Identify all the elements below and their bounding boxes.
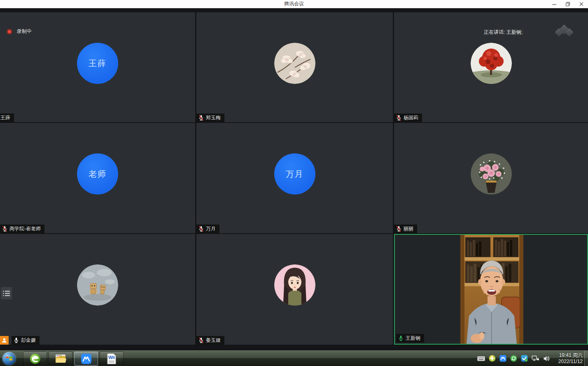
- bouquet-photo: [471, 153, 512, 195]
- docs-check-icon[interactable]: [521, 355, 528, 362]
- meeting-logo-watermark-icon: [556, 25, 575, 37]
- svg-text:W: W: [108, 355, 113, 360]
- mic-speaking-icon: [398, 335, 404, 341]
- taskbar-app-wps[interactable]: W: [100, 352, 124, 366]
- recording-dot-icon: [7, 29, 12, 35]
- participant-tile[interactable]: 姜玉婕: [196, 234, 393, 345]
- participant-name-tag: 丽丽: [394, 225, 417, 233]
- cartoon-girl-photo: [274, 264, 315, 306]
- mic-muted-icon: [198, 226, 204, 232]
- minimize-icon: [552, 2, 557, 7]
- participant-name-tag: 郑玉梅: [196, 114, 224, 122]
- mic-muted-icon: [2, 226, 7, 232]
- participant-tile[interactable]: 录制中 王薛 王薛: [0, 12, 195, 122]
- tencent-meeting-tray-icon[interactable]: [499, 355, 506, 362]
- recording-label: 录制中: [17, 28, 32, 35]
- participant-name-tag: 姜玉婕: [196, 336, 224, 345]
- folder-icon: [55, 354, 66, 364]
- participant-tile[interactable]: 万月 万月: [196, 123, 393, 233]
- live-video: [460, 235, 523, 344]
- taskbar-app-browser[interactable]: [23, 352, 47, 366]
- show-desktop-button[interactable]: [584, 351, 588, 366]
- magnolia-photo: [274, 43, 315, 84]
- restore-button[interactable]: [561, 0, 574, 8]
- tencent-meeting-window: 腾讯会议 录制中 王薛 王薛: [0, 0, 588, 366]
- list-icon: [3, 290, 10, 297]
- restore-icon: [565, 2, 570, 7]
- participant-name-tag: 杨国莉: [394, 114, 422, 122]
- taskbar-app-explorer[interactable]: [49, 352, 72, 366]
- close-button[interactable]: [574, 0, 588, 8]
- minimize-button[interactable]: [547, 0, 561, 8]
- start-button[interactable]: [2, 352, 16, 365]
- avatar: [274, 43, 315, 84]
- participant-tile[interactable]: 老师 商学院-崔老师: [0, 123, 195, 233]
- taskbar-clock[interactable]: 19:41 周六 2022/11/12: [558, 352, 583, 365]
- system-tray: [477, 351, 550, 366]
- toy-figures-photo: [77, 264, 118, 306]
- window-title: 腾讯会议: [284, 0, 304, 7]
- clock-date: 2022/11/12: [558, 359, 583, 365]
- tencent-meeting-icon: [81, 353, 92, 364]
- safe-center-icon[interactable]: [510, 355, 517, 362]
- participant-name-tag: 彭金媛: [12, 336, 40, 345]
- taskbar-app-tencent-meeting[interactable]: [74, 352, 98, 366]
- mic-on-icon: [14, 337, 19, 343]
- antivirus-shield-icon[interactable]: [489, 355, 496, 362]
- titlebar: 腾讯会议: [0, 0, 588, 8]
- participant-name-tag: 商学院-崔老师: [0, 225, 44, 233]
- input-method-icon[interactable]: [477, 356, 485, 361]
- window-controls: [547, 0, 588, 8]
- mic-muted-icon: [396, 115, 401, 121]
- person-icon: [2, 338, 7, 343]
- speaking-banner: 正在讲话: 王新钢;: [484, 29, 523, 36]
- participant-tile-speaking[interactable]: 王新钢: [394, 234, 588, 345]
- windows-logo-icon: [5, 355, 13, 362]
- avatar: 王薛: [77, 43, 118, 84]
- participant-tile[interactable]: 丽丽: [394, 123, 588, 233]
- browser-e-icon: [30, 353, 41, 364]
- wps-writer-icon: W: [107, 353, 117, 364]
- avatar: [471, 153, 512, 195]
- avatar: [274, 264, 315, 306]
- participant-name-tag: 万月: [196, 225, 219, 233]
- avatar: [77, 264, 118, 306]
- mic-muted-icon: [198, 115, 204, 121]
- host-badge: [0, 336, 9, 345]
- avatar: [471, 43, 512, 84]
- volume-icon[interactable]: [543, 355, 550, 362]
- windows-taskbar: W: [0, 350, 588, 366]
- avatar: 老师: [77, 153, 118, 195]
- mic-muted-icon: [396, 226, 401, 232]
- participant-tile[interactable]: 郑玉梅: [196, 12, 393, 122]
- mic-muted-icon: [198, 337, 204, 343]
- avatar: 万月: [274, 153, 315, 195]
- member-list-toggle[interactable]: [1, 287, 12, 299]
- participant-name-tag: 王薛: [0, 114, 14, 122]
- recording-indicator: 录制中: [7, 28, 32, 35]
- participant-tile[interactable]: 正在讲话: 王新钢;: [394, 12, 588, 122]
- network-icon[interactable]: [532, 355, 539, 362]
- participant-tile[interactable]: 彭金媛: [0, 234, 195, 345]
- participant-name-tag: 王新钢: [396, 334, 424, 343]
- red-maple-photo: [471, 43, 512, 84]
- close-icon: [579, 2, 584, 7]
- clock-time: 19:41 周六: [558, 352, 583, 359]
- live-video-frame: [460, 235, 523, 344]
